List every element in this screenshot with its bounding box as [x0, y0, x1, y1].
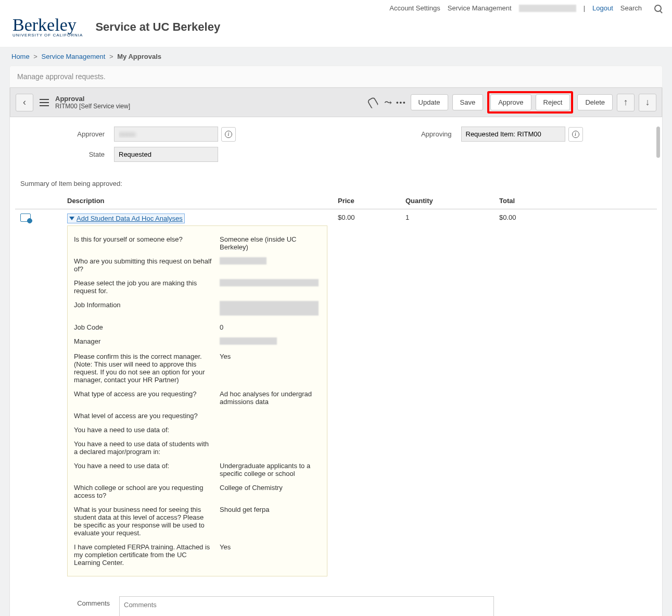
account-settings-link[interactable]: Account Settings [389, 4, 440, 12]
detail-question: Manager [74, 337, 220, 346]
reject-button[interactable]: Reject [536, 94, 570, 110]
approver-field[interactable] [114, 127, 218, 142]
approving-label: Approving [362, 130, 461, 138]
previous-record-button[interactable]: ↑ [617, 94, 635, 111]
detail-question: Please confirm this is the correct manag… [74, 353, 220, 384]
detail-question: What type of access are you requesting? [74, 390, 220, 406]
more-actions-button[interactable]: ••• [396, 98, 407, 106]
record-title: Approval [55, 95, 130, 103]
detail-answer [220, 279, 321, 295]
comments-input[interactable] [119, 596, 494, 616]
state-label: State [15, 150, 114, 158]
page-title: Service at UC Berkeley [95, 20, 220, 34]
cell-total: $0.00 [494, 209, 657, 581]
form-scrollbar[interactable] [656, 127, 660, 158]
breadcrumb-home[interactable]: Home [11, 53, 30, 60]
approving-info-button[interactable]: i [568, 127, 583, 142]
col-total: Total [494, 193, 657, 209]
summary-heading: Summary of Item being approved: [20, 180, 657, 187]
detail-answer: Undergraduate applicants to a specific c… [220, 462, 321, 477]
cell-price: $0.00 [333, 209, 400, 581]
col-price: Price [333, 193, 400, 209]
next-record-button[interactable]: ↓ [639, 94, 656, 111]
detail-row: What type of access are you requesting?A… [74, 387, 321, 409]
save-button[interactable]: Save [452, 94, 484, 110]
detail-answer [220, 301, 321, 317]
detail-row: Is this for yourself or someone else?Som… [74, 232, 321, 254]
detail-row: What is your business need for seeing th… [74, 502, 321, 540]
page-subheader: Manage approval requests. [9, 66, 663, 87]
state-field[interactable] [114, 147, 218, 162]
hamburger-icon [40, 102, 49, 103]
attachment-button[interactable] [365, 95, 380, 110]
breadcrumb-current: My Approvals [117, 53, 161, 60]
search-icon[interactable] [654, 5, 662, 12]
detail-row: What level of access are you requesting? [74, 409, 321, 423]
table-row: Add Student Data Ad Hoc Analyses Is this… [15, 209, 657, 581]
update-button[interactable]: Update [411, 94, 448, 110]
detail-answer: College of Chemistry [220, 484, 321, 499]
back-button[interactable]: ‹ [16, 94, 33, 111]
berkeley-logo-subtitle: UNIVERSITY OF CALIFORNIA [12, 33, 83, 37]
approve-reject-highlight: Approve Reject [487, 91, 573, 114]
menu-button[interactable] [37, 102, 51, 103]
detail-question: What is your business need for seeing th… [74, 506, 220, 537]
detail-answer [220, 337, 321, 346]
detail-question: Job Code [74, 323, 220, 331]
record-toolbar: ‹ Approval RITM00 [Self Service view] ⤳ … [10, 87, 662, 117]
detail-row: Job Code0 [74, 320, 321, 334]
logout-link[interactable]: Logout [592, 4, 613, 12]
comments-label: Comments [15, 596, 119, 616]
top-bar: Account Settings Service Management | Lo… [0, 0, 672, 16]
detail-answer: Should get ferpa [220, 506, 321, 537]
item-detail-panel: Is this for yourself or someone else?Som… [67, 225, 327, 576]
detail-question: Is this for yourself or someone else? [74, 235, 220, 251]
summary-table: Description Price Quantity Total Add Stu… [15, 193, 657, 581]
detail-row: Please select the job you are making thi… [74, 276, 321, 298]
detail-question: I have completed FERPA training. Attache… [74, 543, 220, 567]
detail-question: Who are you submitting this request on b… [74, 257, 220, 273]
detail-row: You have a need to use data of:Undergrad… [74, 459, 321, 481]
detail-row: Who are you submitting this request on b… [74, 254, 321, 276]
detail-answer: Someone else (inside UC Berkeley) [220, 235, 321, 251]
breadcrumb: Home > Service Management > My Approvals [9, 47, 663, 66]
detail-answer [220, 257, 321, 273]
search-label[interactable]: Search [620, 4, 642, 12]
detail-question: Job Information [74, 301, 220, 317]
detail-question: You have a need to use data of students … [74, 440, 220, 456]
detail-answer: Yes [220, 353, 321, 384]
detail-row: You have a need to use data of students … [74, 437, 321, 459]
detail-row: You have a need to use data of: [74, 423, 321, 437]
record-subtitle: RITM00 [Self Service view] [55, 103, 130, 110]
detail-row: Job Information [74, 298, 321, 320]
approve-button[interactable]: Approve [490, 94, 531, 110]
detail-answer [220, 426, 321, 434]
user-name-redacted [519, 5, 576, 12]
preview-icon[interactable] [20, 213, 31, 222]
item-description-link[interactable]: Add Student Data Ad Hoc Analyses [67, 213, 185, 223]
detail-answer: Yes [220, 543, 321, 567]
detail-question: Which college or school are you requesti… [74, 484, 220, 499]
detail-answer [220, 412, 321, 420]
delete-button[interactable]: Delete [577, 94, 613, 110]
detail-question: Please select the job you are making thi… [74, 279, 220, 295]
approving-field[interactable] [461, 127, 565, 142]
approver-info-button[interactable]: i [221, 127, 236, 142]
collapse-icon [69, 217, 74, 220]
detail-answer: 0 [220, 323, 321, 331]
breadcrumb-service[interactable]: Service Management [42, 53, 106, 60]
service-management-link[interactable]: Service Management [448, 4, 512, 12]
berkeley-logo: Berkeley [12, 16, 83, 34]
paperclip-icon [366, 96, 378, 109]
detail-question: You have a need to use data of: [74, 462, 220, 477]
detail-row: I have completed FERPA training. Attache… [74, 540, 321, 570]
approver-label: Approver [15, 130, 114, 138]
cell-quantity: 1 [400, 209, 494, 581]
col-description: Description [62, 193, 333, 209]
detail-answer: Ad hoc analyses for undergrad admissions… [220, 390, 321, 406]
col-quantity: Quantity [400, 193, 494, 209]
detail-row: Manager [74, 334, 321, 349]
detail-question: What level of access are you requesting? [74, 412, 220, 420]
activity-stream-button[interactable]: ⤳ [384, 97, 392, 108]
detail-question: You have a need to use data of: [74, 426, 220, 434]
